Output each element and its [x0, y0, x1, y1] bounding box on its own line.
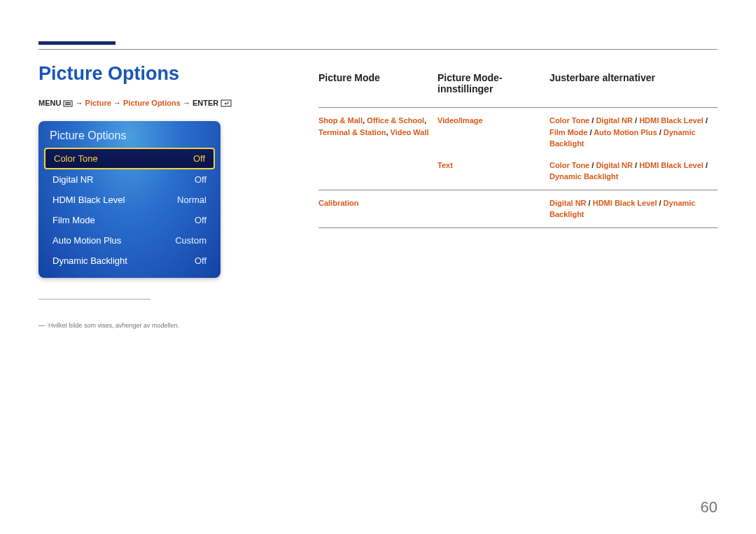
svg-rect-4	[221, 100, 231, 106]
osd-item-label: HDMI Black Level	[52, 195, 125, 205]
page-number: 60	[701, 498, 718, 517]
cell-picture-mode: Shop & Mall, Office & School, Terminal &…	[318, 115, 438, 183]
enter-icon	[220, 99, 232, 108]
token: /	[633, 116, 639, 125]
left-column: Picture Options Color ToneOffDigital NRO…	[38, 121, 227, 329]
token: Text	[438, 161, 453, 169]
table-row: CalibrationDigital NR / HDMI Black Level…	[318, 190, 718, 228]
osd-item-label: Auto Motion Plus	[52, 235, 121, 246]
menu-icon	[63, 100, 73, 108]
osd-item-value: Off	[195, 215, 206, 225]
osd-item-label: Film Mode	[52, 215, 95, 225]
osd-item-value: Normal	[177, 195, 206, 205]
top-rule	[38, 49, 718, 50]
token: /	[704, 161, 708, 169]
cell-adjustable: Color Tone / Digital NR / HDMI Black Lev…	[550, 160, 718, 183]
breadcrumb-arrow: →	[183, 99, 192, 107]
token: /	[704, 116, 708, 125]
footnote-rule	[38, 299, 150, 300]
breadcrumb-picture: Picture	[85, 99, 111, 107]
token: /	[587, 199, 593, 207]
table-subrow: TextColor Tone / Digital NR / HDMI Black…	[438, 160, 718, 183]
token: /	[657, 199, 663, 207]
token: Color Tone	[550, 116, 589, 125]
token: Dynamic Backlight	[550, 172, 618, 181]
cell-settings	[438, 197, 550, 220]
table-subrow: Digital NR / HDMI Black Level / Dynamic …	[438, 197, 718, 220]
breadcrumb-arrow: →	[76, 99, 85, 107]
token: Digital NR	[596, 116, 633, 125]
osd-item[interactable]: Digital NROff	[38, 169, 220, 190]
cell-adjustable: Color Tone / Digital NR / HDMI Black Lev…	[550, 115, 718, 150]
token: Digital NR	[596, 161, 633, 169]
token: Terminal & Station	[318, 128, 386, 136]
token: /	[587, 128, 594, 136]
osd-item[interactable]: Film ModeOff	[38, 210, 220, 230]
osd-item-label: Color Tone	[54, 153, 98, 164]
token: /	[657, 128, 664, 136]
breadcrumb-picture-options: Picture Options	[123, 99, 181, 107]
right-column: Picture Mode Picture Mode- innstillinger…	[318, 72, 718, 329]
cell-adjustable: Digital NR / HDMI Black Level / Dynamic …	[550, 197, 718, 220]
table-header-c2: Picture Mode- innstillinger	[438, 72, 550, 107]
token: /	[633, 161, 639, 169]
token: Digital NR	[550, 199, 587, 207]
token: Auto Motion Plus	[594, 128, 657, 136]
page: Picture Options MENU → Picture → Picture…	[0, 0, 756, 534]
cell-subrows: Digital NR / HDMI Black Level / Dynamic …	[438, 197, 718, 220]
osd-item[interactable]: Color ToneOff	[44, 148, 215, 169]
token: HDMI Black Level	[593, 199, 657, 207]
osd-item[interactable]: Auto Motion PlusCustom	[38, 230, 220, 251]
cell-subrows: Video/ImageColor Tone / Digital NR / HDM…	[438, 115, 718, 183]
content: Picture Options Color ToneOffDigital NRO…	[38, 121, 718, 329]
token: Film Mode	[550, 128, 587, 136]
osd-item-label: Dynamic Backlight	[52, 255, 127, 266]
osd-panel: Picture Options Color ToneOffDigital NRO…	[38, 121, 220, 278]
table-body: Shop & Mall, Office & School, Terminal &…	[318, 107, 718, 228]
osd-item-value: Custom	[175, 235, 206, 246]
breadcrumb-arrow: →	[113, 99, 123, 107]
token: Office & School	[367, 116, 424, 125]
token: HDMI Black Level	[639, 116, 704, 125]
token: Shop & Mall	[318, 116, 363, 125]
token: Color Tone	[550, 161, 589, 169]
token: Video/Image	[438, 116, 483, 125]
osd-item[interactable]: Dynamic BacklightOff	[38, 251, 220, 271]
token: ,	[424, 116, 426, 125]
cell-settings: Video/Image	[438, 115, 550, 150]
osd-items: Color ToneOffDigital NROffHDMI Black Lev…	[38, 148, 220, 271]
footnote: ― Hvilket bilde som vises, avhenger av m…	[38, 322, 227, 329]
footnote-text: Hvilket bilde som vises, avhenger av mod…	[48, 322, 179, 329]
table-headers: Picture Mode Picture Mode- innstillinger…	[318, 72, 718, 107]
table-header-c1: Picture Mode	[318, 72, 438, 107]
osd-item-value: Off	[195, 174, 206, 185]
section-tab	[38, 41, 115, 45]
osd-item[interactable]: HDMI Black LevelNormal	[38, 190, 220, 210]
cell-settings: Text	[438, 160, 550, 183]
table-subrow: Video/ImageColor Tone / Digital NR / HDM…	[438, 115, 718, 150]
breadcrumb-enter: ENTER	[192, 99, 218, 107]
osd-item-value: Off	[193, 153, 205, 164]
token: Calibration	[318, 199, 358, 207]
token: Video Wall	[391, 128, 429, 136]
token: HDMI Black Level	[639, 161, 704, 169]
osd-title: Picture Options	[38, 129, 220, 148]
table-row: Shop & Mall, Office & School, Terminal &…	[318, 107, 718, 190]
breadcrumb-menu: MENU	[38, 99, 61, 107]
cell-picture-mode: Calibration	[318, 197, 438, 220]
table-header-c3: Justerbare alternativer	[550, 72, 718, 107]
osd-item-value: Off	[195, 255, 206, 266]
osd-item-label: Digital NR	[52, 174, 94, 185]
